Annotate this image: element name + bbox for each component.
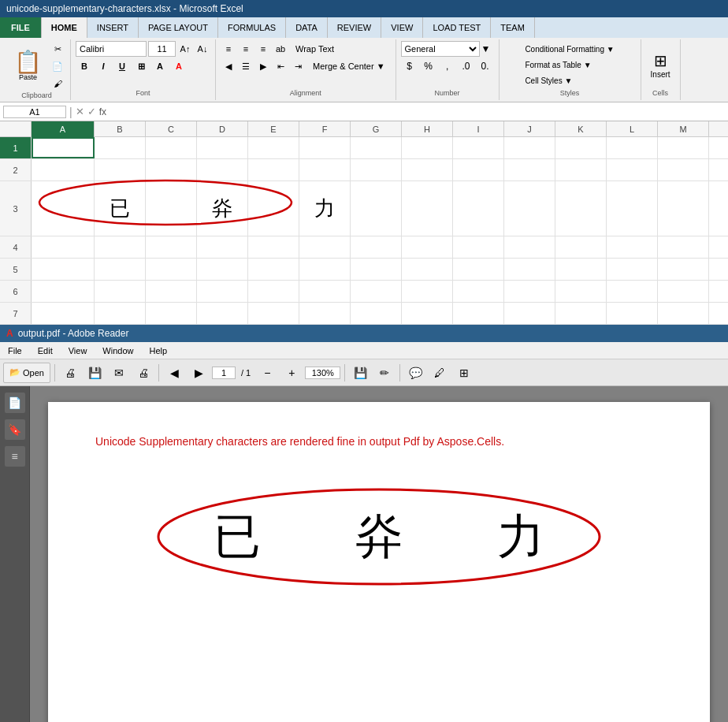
col-header-f[interactable]: F bbox=[299, 121, 351, 137]
align-left-top-button[interactable]: ≡ bbox=[221, 41, 236, 57]
cell-a2[interactable] bbox=[32, 159, 95, 180]
font-color-button[interactable]: A bbox=[170, 58, 188, 74]
cell-l2[interactable] bbox=[607, 159, 658, 180]
col-header-h[interactable]: H bbox=[402, 121, 453, 137]
name-box[interactable] bbox=[3, 106, 66, 118]
col-header-l[interactable]: L bbox=[607, 121, 658, 137]
save-button[interactable]: 💾 bbox=[349, 363, 371, 383]
row-header-7[interactable]: 7 bbox=[0, 303, 32, 324]
cell-l7[interactable] bbox=[607, 303, 658, 324]
cell-h1[interactable] bbox=[402, 137, 453, 158]
cell-d1[interactable] bbox=[197, 137, 248, 158]
indent-increase-button[interactable]: ⇥ bbox=[290, 58, 306, 74]
cell-m4[interactable] bbox=[658, 236, 709, 258]
cell-j5[interactable] bbox=[504, 259, 555, 280]
cell-a3[interactable] bbox=[32, 181, 95, 236]
underline-button[interactable]: U bbox=[113, 58, 131, 74]
cell-m5[interactable] bbox=[658, 259, 709, 280]
cell-h7[interactable] bbox=[402, 303, 453, 324]
insert-button[interactable]: ⊞ Insert bbox=[646, 48, 675, 82]
cell-m3[interactable] bbox=[658, 181, 709, 236]
cell-e4[interactable] bbox=[248, 236, 299, 258]
col-header-i[interactable]: I bbox=[453, 121, 504, 137]
cell-b4[interactable] bbox=[95, 236, 146, 258]
cell-c4[interactable] bbox=[146, 236, 197, 258]
cell-l3[interactable] bbox=[607, 181, 658, 236]
cell-k7[interactable] bbox=[555, 303, 607, 324]
align-center-top-button[interactable]: ≡ bbox=[238, 41, 254, 57]
wrap-text-button[interactable]: Wrap Text bbox=[290, 41, 340, 57]
cell-j6[interactable] bbox=[504, 281, 555, 302]
save-copy-button[interactable]: 💾 bbox=[84, 363, 106, 383]
cell-c5[interactable] bbox=[146, 259, 197, 280]
border-button[interactable]: ⊞ bbox=[132, 58, 150, 74]
page-number-input[interactable] bbox=[212, 367, 236, 379]
col-header-g[interactable]: G bbox=[351, 121, 402, 137]
cell-n5[interactable] bbox=[709, 259, 728, 280]
format-as-table-button[interactable]: Format as Table ▼ bbox=[518, 58, 621, 72]
cell-e2[interactable] bbox=[248, 159, 299, 180]
cell-n7[interactable] bbox=[709, 303, 728, 324]
print-setup-button[interactable]: 🖨 bbox=[59, 363, 81, 383]
tab-page-layout[interactable]: PAGE LAYOUT bbox=[139, 17, 218, 38]
cell-b3[interactable]: 已 bbox=[95, 181, 146, 236]
cell-d4[interactable] bbox=[197, 236, 248, 258]
cell-g6[interactable] bbox=[351, 281, 402, 302]
row-header-6[interactable]: 6 bbox=[0, 281, 32, 302]
cell-n1[interactable] bbox=[709, 137, 728, 158]
format-painter-button[interactable]: 🖌 bbox=[50, 76, 65, 91]
insert-function-btn[interactable]: fx bbox=[99, 106, 106, 117]
copy-button[interactable]: 📄 bbox=[50, 58, 65, 74]
angle-text-button[interactable]: ab bbox=[273, 41, 288, 57]
row-header-5[interactable]: 5 bbox=[0, 259, 32, 280]
number-format-select[interactable]: General bbox=[401, 41, 480, 57]
row-header-1[interactable]: 1 bbox=[0, 137, 32, 158]
cell-k4[interactable] bbox=[555, 236, 607, 258]
cell-j4[interactable] bbox=[504, 236, 555, 258]
col-header-d[interactable]: D bbox=[197, 121, 248, 137]
tab-insert[interactable]: INSERT bbox=[87, 17, 139, 38]
cell-h3[interactable] bbox=[402, 181, 453, 236]
bold-button[interactable]: B bbox=[76, 58, 93, 74]
col-header-b[interactable]: B bbox=[95, 121, 146, 137]
cell-d5[interactable] bbox=[197, 259, 248, 280]
tab-load-test[interactable]: LOAD TEST bbox=[423, 17, 491, 38]
percent-button[interactable]: % bbox=[420, 58, 437, 74]
cell-h6[interactable] bbox=[402, 281, 453, 302]
print-button[interactable]: 🖨 bbox=[132, 363, 154, 383]
cell-styles-button[interactable]: Cell Styles ▼ bbox=[518, 74, 621, 87]
increase-font-button[interactable]: A↑ bbox=[177, 41, 193, 57]
cell-l6[interactable] bbox=[607, 281, 658, 302]
cell-f6[interactable] bbox=[299, 281, 351, 302]
cell-a6[interactable] bbox=[32, 281, 95, 302]
cell-d2[interactable] bbox=[197, 159, 248, 180]
cell-i1[interactable] bbox=[453, 137, 504, 158]
sign-button[interactable]: ✏ bbox=[373, 363, 396, 383]
cell-h2[interactable] bbox=[402, 159, 453, 180]
email-button[interactable]: ✉ bbox=[108, 363, 130, 383]
cell-j1[interactable] bbox=[504, 137, 555, 158]
cell-n2[interactable] bbox=[709, 159, 728, 180]
cell-j3[interactable] bbox=[504, 181, 555, 236]
decrease-font-button[interactable]: A↓ bbox=[195, 41, 210, 57]
col-header-k[interactable]: K bbox=[555, 121, 607, 137]
cell-k6[interactable] bbox=[555, 281, 607, 302]
menu-window[interactable]: Window bbox=[95, 344, 141, 357]
cancel-formula-btn[interactable]: ✕ bbox=[76, 106, 84, 117]
zoom-level-input[interactable] bbox=[305, 367, 340, 379]
conditional-formatting-button[interactable]: Conditional Formatting ▼ bbox=[518, 43, 621, 56]
cell-e3[interactable] bbox=[248, 181, 299, 236]
cell-m1[interactable] bbox=[658, 137, 709, 158]
cell-k1[interactable] bbox=[555, 137, 607, 158]
row-header-3[interactable]: 3 bbox=[0, 181, 32, 236]
comma-button[interactable]: , bbox=[439, 58, 456, 74]
cell-e5[interactable] bbox=[248, 259, 299, 280]
cell-a7[interactable] bbox=[32, 303, 95, 324]
tab-data[interactable]: DATA bbox=[286, 17, 328, 38]
cell-g3[interactable] bbox=[351, 181, 402, 236]
cell-a1[interactable] bbox=[32, 137, 95, 158]
merge-center-button[interactable]: Merge & Center▼ bbox=[307, 58, 391, 74]
next-page-button[interactable]: ▶ bbox=[188, 363, 210, 383]
cell-a5[interactable] bbox=[32, 259, 95, 280]
col-header-m[interactable]: M bbox=[658, 121, 709, 137]
